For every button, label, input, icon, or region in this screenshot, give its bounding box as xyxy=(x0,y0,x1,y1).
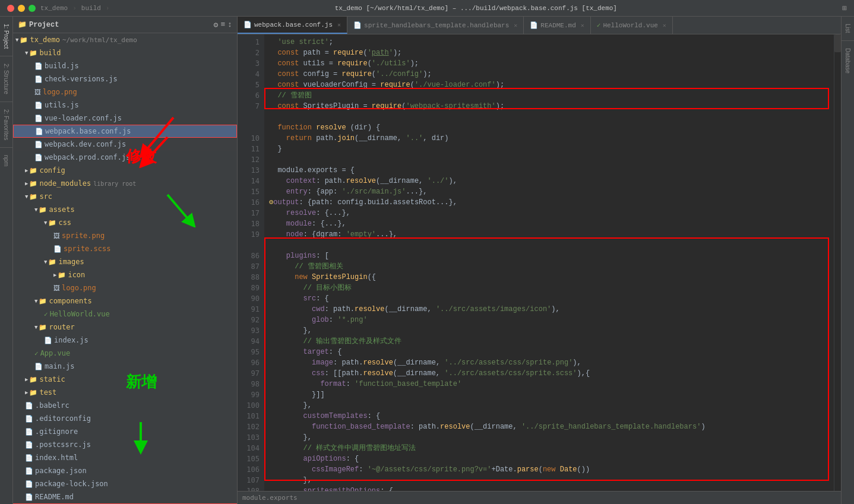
code-line-9: function resolve (dir) { xyxy=(269,122,829,133)
code-content[interactable]: 'use strict'; const path = require('path… xyxy=(264,34,834,491)
root-arrow: ▼ xyxy=(15,37,18,43)
tree-vue-loader[interactable]: 📄 vue-loader.conf.js xyxy=(13,112,237,125)
tab-webpack-base[interactable]: 📄 webpack.base.conf.js ✕ xyxy=(238,17,347,34)
components-label: components xyxy=(49,297,91,305)
tab-handlebars-close[interactable]: ✕ xyxy=(514,22,517,29)
tree-logo-png2[interactable]: 🖼 logo.png xyxy=(13,281,237,294)
right-tab-database[interactable]: Database xyxy=(842,41,854,81)
readme-icon: 📄 xyxy=(25,493,33,501)
code-line-106: cssImageRef: '~@/assets/css/sprite.png?v… xyxy=(269,464,829,475)
src-label: src xyxy=(39,192,52,201)
tree-build-js[interactable]: 📄 build.js xyxy=(13,59,237,72)
left-tab-structure-label: 2: Structure xyxy=(3,64,10,94)
tree-logo-png[interactable]: 🖼 logo.png xyxy=(13,85,237,99)
tree-check-versions[interactable]: 📄 check-versions.js xyxy=(13,72,237,85)
tab-helloworld-label: HelloWorld.vue xyxy=(603,22,657,29)
breadcrumb-module: module.exports xyxy=(242,494,298,502)
left-tab-npm[interactable]: npm xyxy=(0,148,12,173)
tree-webpack-base[interactable]: 📄 webpack.base.conf.js xyxy=(13,125,237,138)
logo-png2-icon: 🖼 xyxy=(53,284,60,292)
right-tab-list-label: List xyxy=(844,24,851,33)
tab-handlebars-label: sprite_handlebars_template.handlebars xyxy=(364,22,509,29)
package-json-label: package.json xyxy=(35,467,87,475)
code-line-18: module: {...}, xyxy=(269,218,829,229)
sidebar-icon2[interactable]: ≡ xyxy=(220,20,225,29)
tree-test[interactable]: ▶ 📁 test xyxy=(13,386,237,399)
left-tab-structure[interactable]: 2: Structure xyxy=(0,56,12,102)
titlebar-separator1: › xyxy=(72,5,77,12)
assets-folder-icon: 📁 xyxy=(39,206,47,214)
root-icon: 📁 xyxy=(20,36,28,44)
code-line-19: node: {dgram: 'empty'...}, xyxy=(269,229,829,240)
code-line-6: // 雪碧图 xyxy=(269,90,829,101)
traffic-light-yellow[interactable] xyxy=(18,5,25,12)
left-tab-project[interactable]: 1: Project xyxy=(0,17,12,56)
tab-readme-close[interactable]: ✕ xyxy=(581,22,584,29)
tree-images[interactable]: ▼ 📁 images xyxy=(13,255,237,268)
titlebar-search-icon[interactable]: ⊞ xyxy=(842,4,847,13)
tree-icon-folder[interactable]: ▶ 📁 icon xyxy=(13,268,237,281)
tree-src[interactable]: ▼ 📁 src xyxy=(13,190,237,203)
tree-postcssrc[interactable]: 📄 .postcssrc.js xyxy=(13,438,237,451)
tree-editorconfig[interactable]: 📄 .editorconfig xyxy=(13,412,237,425)
traffic-light-green[interactable] xyxy=(29,5,36,12)
right-tab-list[interactable]: List xyxy=(842,17,854,41)
tree-assets[interactable]: ▼ 📁 assets xyxy=(13,203,237,216)
tree-package-json[interactable]: 📄 package.json xyxy=(13,464,237,477)
left-tab-favorites[interactable]: 2: Favorites xyxy=(0,102,12,148)
utils-js-label: utils.js xyxy=(45,101,79,109)
tree-webpack-dev[interactable]: 📄 webpack.dev.conf.js xyxy=(13,138,237,151)
sidebar-header: 📁 Project ⚙ ≡ ↕ xyxy=(13,17,237,33)
tab-webpack-base-close[interactable]: ✕ xyxy=(337,21,341,28)
config-folder-icon: 📁 xyxy=(29,167,37,175)
code-line-17: resolve: {...}, xyxy=(269,208,829,218)
tree-root[interactable]: ▼ 📁 tx_demo ~/work/html/tx_demo xyxy=(13,33,237,46)
package-lock-icon: 📄 xyxy=(25,480,33,488)
src-folder-icon: 📁 xyxy=(29,193,37,201)
sidebar-icon1[interactable]: ⚙ xyxy=(214,20,219,30)
tab-helloworld-close[interactable]: ✕ xyxy=(663,22,666,29)
code-line-90: src: { xyxy=(269,293,829,304)
tab-helloworld-icon: ✓ xyxy=(597,21,601,29)
tree-sprite-scss[interactable]: 📄 sprite.scss xyxy=(13,242,237,255)
tree-build[interactable]: ▼ 📁 build xyxy=(13,46,237,59)
tree-router[interactable]: ▼ 📁 router xyxy=(13,321,237,334)
tree-utils-js[interactable]: 📄 utils.js xyxy=(13,99,237,112)
tree-app-vue[interactable]: ✓ App.vue xyxy=(13,347,237,360)
check-versions-label: check-versions.js xyxy=(45,75,118,83)
tree-gitignore[interactable]: 📄 .gitignore xyxy=(13,425,237,438)
tab-readme[interactable]: 📄 README.md ✕ xyxy=(524,17,590,34)
build-label: build xyxy=(39,49,61,57)
tree-static[interactable]: ▶ 📁 static xyxy=(13,373,237,386)
tree-package-lock[interactable]: 📄 package-lock.json xyxy=(13,477,237,490)
tree-babelrc[interactable]: 📄 .babelrc xyxy=(13,399,237,412)
tree-main-js[interactable]: 📄 main.js xyxy=(13,360,237,373)
config-label: config xyxy=(39,166,65,175)
tree-readme[interactable]: 📄 README.md xyxy=(13,490,237,503)
code-line-14: context: path.resolve(__dirname, '../'), xyxy=(269,176,829,186)
router-folder-icon: 📁 xyxy=(39,324,47,331)
tree-css[interactable]: ▼ 📁 css xyxy=(13,216,237,229)
components-folder-icon: 📁 xyxy=(39,297,47,305)
tab-helloworld[interactable]: ✓ HelloWorld.vue ✕ xyxy=(591,17,673,34)
code-line-7: const SpritesPlugin = require('webpack-s… xyxy=(269,101,829,112)
tree-index-html[interactable]: 📄 index.html xyxy=(13,451,237,464)
tab-webpack-base-label: webpack.base.conf.js xyxy=(254,21,333,28)
code-line-100: }, xyxy=(269,400,829,411)
tree-config[interactable]: ▶ 📁 config xyxy=(13,164,237,177)
utils-js-icon: 📄 xyxy=(34,102,43,109)
babelrc-icon: 📄 xyxy=(25,402,33,410)
sidebar-icon3[interactable]: ↕ xyxy=(227,20,232,29)
tab-handlebars[interactable]: 📄 sprite_handlebars_template.handlebars … xyxy=(347,17,524,34)
build-folder-icon: 📁 xyxy=(29,49,37,57)
main-js-label: main.js xyxy=(45,362,75,370)
router-label: router xyxy=(49,323,74,331)
tree-components[interactable]: ▼ 📁 components xyxy=(13,294,237,308)
traffic-light-red[interactable] xyxy=(7,5,14,12)
tree-router-index[interactable]: 📄 index.js xyxy=(13,334,237,347)
code-line-13: module.exports = { xyxy=(269,165,829,176)
tree-helloworld-vue[interactable]: ✓ HelloWorld.vue xyxy=(13,308,237,321)
tree-webpack-prod[interactable]: 📄 webpack.prod.conf.js xyxy=(13,151,237,164)
tree-sprite-png[interactable]: 🖼 sprite.png xyxy=(13,229,237,242)
tree-node-modules[interactable]: ▶ 📁 node_modules library root xyxy=(13,177,237,190)
